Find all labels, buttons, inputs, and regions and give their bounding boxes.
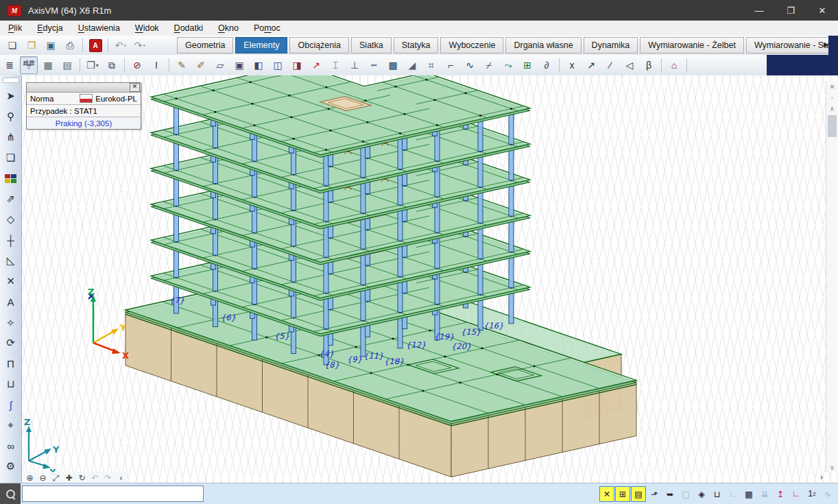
dimension-lines-button[interactable]: ◇ [1,210,21,229]
tab-geometria[interactable]: Geometria [177,37,233,53]
scroll-down-icon[interactable]: ∨ [827,461,837,472]
isolines-toggle[interactable]: ∿ [820,486,835,502]
snap-grid-toggle[interactable]: ⊞ [615,486,630,502]
domain-hole-button[interactable]: ▣ [230,56,248,74]
table-browser-button[interactable]: ▦ [39,56,57,74]
minimize-button[interactable]: — [743,0,775,21]
dof-plane-button[interactable]: ◁ [621,56,638,74]
panel-close-icon[interactable]: ✕ [827,81,837,92]
domain-composite-button[interactable]: ◫ [269,56,287,74]
save-model-button[interactable]: ▣ [42,36,60,54]
mesh-display-toggle[interactable]: ▦ [741,486,756,502]
new-model-button[interactable]: ❏ [3,36,21,54]
menu-item-okno[interactable]: Okno [211,22,246,34]
spring-element-button[interactable]: ∿ [461,56,479,74]
gap-element-button[interactable]: ⌿ [480,56,498,74]
renumber-button[interactable]: ⟳ [1,333,21,352]
draw-objects-button[interactable]: ✎ [173,56,191,74]
zoom-fit-button[interactable]: ⤢ [49,472,62,483]
selection-button[interactable]: ➤ [1,86,21,106]
frame-preset-button[interactable]: ⌗ [422,56,440,74]
workplane-toggle[interactable]: ⬏ [647,486,662,502]
tab-statyka[interactable]: Statyka [394,37,439,53]
menu-item-pomoc[interactable]: Pomoc [247,22,287,34]
maximize-button[interactable]: ❐ [775,0,806,21]
tab-overflow-icon[interactable]: ▶ [824,41,828,48]
toolbar-grip[interactable] [3,77,19,83]
transformations-button[interactable]: ⇗ [1,189,21,208]
local-axis-toggle[interactable]: ∟ [789,486,804,502]
rotate-view-button[interactable]: ↻ [75,472,88,483]
dof-arrow-button[interactable]: ↗ [582,56,600,74]
collapse-button[interactable]: ‹ [115,472,128,483]
tab-wymiarowanie-żelbet[interactable]: Wymiarowanie - Żelbet [640,37,744,53]
dof-beta-button[interactable]: β [640,56,658,74]
draw-direct-button[interactable]: ✐ [192,56,210,74]
storeys-button[interactable]: ⌂ [665,56,683,74]
views-button[interactable]: ⋔ [1,128,21,147]
close-button[interactable]: ✕ [806,0,838,21]
workplane-bold-toggle[interactable]: ➥ [662,486,678,502]
tab-drgania-własne[interactable]: Drgania własne [505,37,581,53]
display-options-button[interactable]: ∞ [1,436,21,455]
report-maker-button[interactable]: ▤ [58,56,76,74]
storey-level-button[interactable]: ±0.00▽ [20,56,38,74]
virtual-beam-button[interactable]: Π [1,354,21,373]
plane-view-toggle[interactable]: ▢ [678,486,693,502]
pan-button[interactable]: ✚ [62,472,75,483]
surface-support-button[interactable]: ▩ [384,56,402,74]
tab-wyboczenie[interactable]: Wyboczenie [440,37,503,53]
line-elements-button[interactable]: ↗ [307,56,325,74]
tab-dynamika[interactable]: Dynamika [584,37,638,53]
scrollbar-thumb[interactable] [828,115,837,137]
annotations-button[interactable]: A [1,292,21,311]
dof-slash-button[interactable]: ∕ [601,56,619,74]
open-model-button[interactable]: ❐ [23,36,40,54]
domain-variable-button[interactable]: ◧ [250,56,267,74]
color-coding-button[interactable] [1,169,21,188]
numbering-toggle[interactable]: 12 [804,486,819,502]
model-viewport[interactable]: {7}{6}{5}{4}{8}{9}{11}{18}{12}{19}{20}{1… [22,75,838,483]
scroll-right-icon[interactable]: › [820,472,823,482]
dimension-mode-toggle[interactable]: ◈ [694,486,709,502]
snap-cursor-toggle[interactable]: ✕ [599,486,614,502]
cross-section-steel-button[interactable]: I [147,56,165,74]
workplanes-button[interactable]: ❏ [1,148,21,167]
saved-views-button[interactable]: ⧉ [103,56,121,74]
menu-item-edycja[interactable]: Edycja [30,22,70,34]
model-canvas[interactable]: {7}{6}{5}{4}{8}{9}{11}{18}{12}{19}{20}{1… [22,75,838,483]
cross-section-concrete-button[interactable]: ⊘ [128,56,146,74]
section-mode-toggle[interactable]: ⊔ [710,486,725,502]
local-axis-off-toggle[interactable]: ∟ [726,486,741,502]
zoom-in-button[interactable]: ⊕ [23,472,36,483]
search-button[interactable]: ⌖ [1,416,21,435]
layers-button[interactable]: ≣ [1,56,19,74]
command-input[interactable] [22,485,204,502]
domain-button[interactable]: ▱ [211,56,229,74]
loads-display-toggle[interactable]: ⇊ [757,486,772,502]
structural-grid-button[interactable]: ┼ [1,230,21,250]
zoom-button[interactable]: ⚲ [1,107,21,126]
geometry-tools-button[interactable]: ◺ [1,251,21,270]
menu-item-dodatki[interactable]: Dodatki [167,22,210,34]
dof-x-button[interactable]: x [563,56,581,74]
surface-edit-button[interactable]: ⟡ [1,313,21,332]
link-element-button[interactable]: ⤳ [499,56,517,74]
mesh-generation-button[interactable]: ⊞ [518,56,536,74]
material-library-button[interactable]: ❒▾ [84,56,101,74]
tab-elementy[interactable]: Elementy [235,37,287,53]
snap-edit-toggle[interactable]: ▤ [631,486,646,502]
scroll-up-icon[interactable]: ∧ [827,103,837,114]
menu-item-widok[interactable]: Widok [128,22,166,34]
print-button[interactable]: ⎙ [61,36,79,54]
steel-plate-button[interactable]: ◢ [403,56,421,74]
info-panel-close-icon[interactable]: ✕ [130,83,140,92]
menu-item-plik[interactable]: Plik [1,22,29,34]
rib-element-button[interactable]: ⌶ [326,56,344,74]
tab-siatka[interactable]: Siatka [351,37,392,53]
intersect-button[interactable]: ✕ [1,272,21,291]
nodal-support-button[interactable]: ⊥ [346,56,363,74]
settings-button[interactable]: ⚙ [1,457,21,476]
section-segment-button[interactable]: ⊔ [1,374,21,394]
tab-obciążenia[interactable]: Obciążenia [289,37,349,53]
